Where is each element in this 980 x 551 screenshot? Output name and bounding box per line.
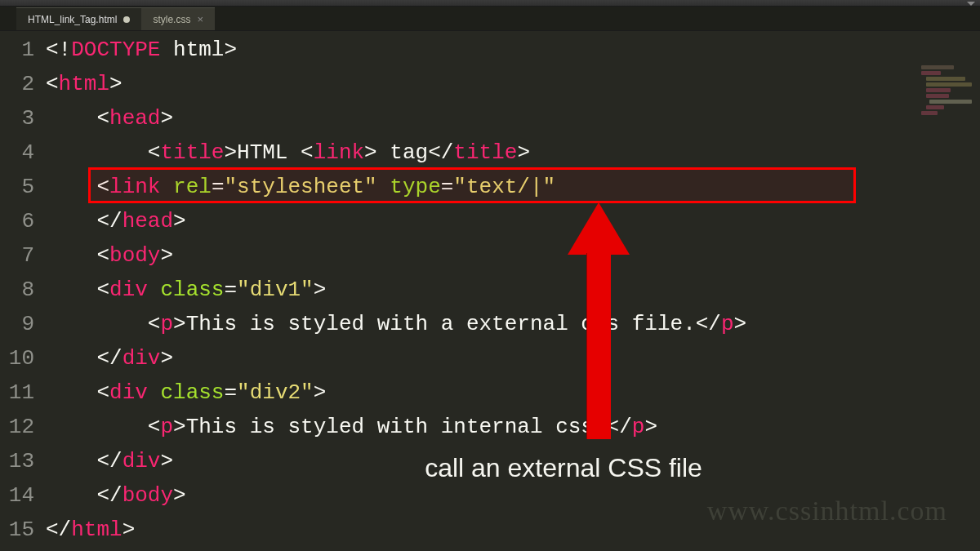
code-line[interactable]: </head> <box>46 204 746 238</box>
line-number: 8 <box>0 273 46 307</box>
line-number: 1 <box>0 33 46 67</box>
gutter: 1 2 3 4 5 6 7 8 9 10 11 12 13 14 15 <box>0 31 46 551</box>
line-number: 4 <box>0 136 46 170</box>
tab-label: HTML_link_Tag.html <box>28 14 117 25</box>
window-titlebar[interactable] <box>0 0 980 7</box>
code-line[interactable]: <html> <box>46 67 746 101</box>
close-icon[interactable]: × <box>197 13 203 25</box>
code-line[interactable]: <link rel="stylesheet" type="text/|" <box>46 170 746 204</box>
line-number: 7 <box>0 238 46 273</box>
tab-html-link-tag[interactable]: HTML_link_Tag.html <box>16 7 141 30</box>
code-line[interactable]: <div class="div2"> <box>46 375 746 410</box>
line-number: 14 <box>0 478 46 513</box>
chevron-down-icon[interactable] <box>967 2 975 6</box>
code-line[interactable]: <!DOCTYPE html> <box>46 33 746 67</box>
line-number: 10 <box>0 341 46 375</box>
tab-label: style.css <box>153 14 190 25</box>
code-line[interactable]: <p>This is styled with internal css.</p> <box>46 410 746 444</box>
dirty-dot-icon <box>123 16 130 23</box>
code-line[interactable]: </html> <box>46 513 746 547</box>
line-number: 6 <box>0 204 46 238</box>
minimap[interactable] <box>921 65 972 124</box>
code-line[interactable]: <p>This is styled with a external css fi… <box>46 307 746 341</box>
editor-window: HTML_link_Tag.html style.css × 1 2 3 4 5… <box>0 0 980 551</box>
code-line[interactable]: <body> <box>46 238 746 273</box>
line-number: 5 <box>0 170 46 204</box>
line-number: 12 <box>0 410 46 444</box>
code-line[interactable]: </body> <box>46 478 746 513</box>
code-line[interactable]: </div> <box>46 341 746 375</box>
line-number: 9 <box>0 307 46 341</box>
annotation-caption: call an external CSS file <box>384 453 743 483</box>
line-number: 11 <box>0 375 46 410</box>
line-number: 15 <box>0 513 46 547</box>
code-line[interactable]: <title>HTML <link> tag</title> <box>46 136 746 170</box>
line-number: 13 <box>0 444 46 478</box>
tab-style-css[interactable]: style.css × <box>141 7 215 30</box>
code-line[interactable]: <head> <box>46 101 746 136</box>
tab-bar: HTML_link_Tag.html style.css × <box>0 7 980 31</box>
watermark: www.cssinhtml.com <box>707 495 947 527</box>
code-line[interactable]: <div class="div1"> <box>46 273 746 307</box>
line-number: 3 <box>0 101 46 136</box>
line-number: 2 <box>0 67 46 101</box>
